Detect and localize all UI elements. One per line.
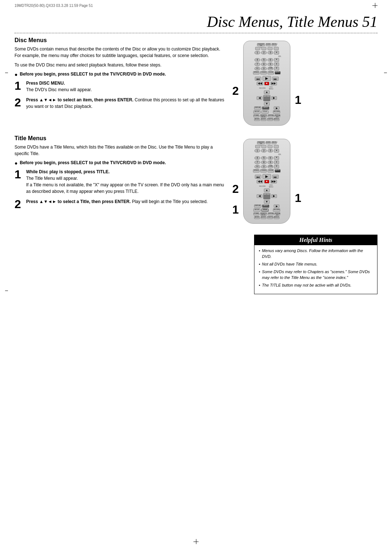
btn-blank4 (274, 47, 279, 50)
helpful-hints-content: • Menus vary among Discs. Follow the inf… (254, 245, 377, 294)
prerequisite-text: Before you begin, press SELECT to put th… (20, 71, 166, 77)
title-step2-number: 2 (15, 198, 22, 210)
nav-row1: ▲ (245, 90, 288, 94)
r2-next-btn: ⏭ (272, 175, 279, 179)
remote-numrow2: 4 5 6 ▼ (245, 58, 288, 62)
btn-0: 0 (261, 67, 267, 70)
transport-row1: ⏮ ▶ ⏭ (245, 76, 288, 81)
title-step1-number: 1 (15, 169, 22, 180)
remote-speed-row: SPEED C.RESET ZOOM MUTE (245, 71, 288, 74)
bullet-icon: ● (15, 71, 17, 78)
r2-select-btn: SELECT (271, 141, 277, 144)
transport-row2: ◀◀ ■ ▶▶ (245, 82, 288, 85)
r2-btn-11: 11 (254, 165, 260, 169)
prerequisite-bold: Before you begin, press SELECT to put th… (20, 72, 166, 77)
r2-clear-btn: CLEAR (253, 212, 259, 215)
r2-disc-menu-label: DISC MENU (267, 184, 275, 188)
btn-vol-up: ▲ (274, 62, 279, 66)
title-prerequisite-text: Before you begin, press SELECT to put th… (20, 160, 166, 166)
r2-btn-blank1 (255, 145, 260, 148)
r2-arrow-right2: ▶ (274, 204, 279, 208)
disc-menu-label: DISC MENU (267, 86, 275, 90)
r2-transport-labels: RECORD DISC MENU (245, 184, 288, 188)
r2-nav-left: ◀ (257, 194, 262, 198)
file-info: 19MDTR20(50-80).QX33 03.3.28 11:59 Page … (15, 4, 93, 8)
helpful-hints-title: Helpful Hints (254, 235, 377, 245)
r2-btn-ch-down: ▼ (274, 156, 279, 160)
title-menus-title: Title Menus (15, 135, 225, 142)
r2-speed-btn: SPEED (253, 169, 260, 173)
title-step1-title: While Disc play is stopped, press TITLE. (26, 169, 110, 174)
btn-3: 3 (268, 51, 273, 54)
btn-blank1 (255, 47, 260, 50)
rew-btn: ◀◀ (257, 82, 263, 85)
step2-content: Press ▲▼◄► to select an item, then press… (26, 97, 225, 110)
nav-row3: ▼ (245, 102, 288, 106)
r2-numrow1: 1 2 3 ▲ (245, 149, 288, 153)
title-step2-title-bold: ENTER. (115, 199, 131, 204)
title-step2-body: Play will begin at the Title you selecte… (132, 199, 208, 204)
bottom-row1: DISPLAY INPUT ▶ (245, 106, 288, 110)
crosshair-bottom (193, 539, 199, 544)
hint-bullet-1: • (259, 248, 260, 260)
step1-number: 1 (15, 80, 22, 92)
r2-ch-label: CH. (245, 153, 288, 155)
select-btn: SELECT (271, 43, 277, 46)
next-btn: ⏭ (272, 77, 279, 81)
repeat-btn1: REPEAT (268, 114, 274, 117)
enter-btn: ENTER (263, 95, 270, 101)
r2-bottom-row1: DISPLAY INPUT ▶ (245, 204, 288, 208)
r2-btn-vol-up: ▲ (274, 161, 279, 164)
r2-fwd-btn: ▶▶ (270, 180, 277, 183)
r2-input-btn: INPUT (262, 204, 269, 208)
searchmode-btn: SEARCH MODE (260, 114, 267, 117)
r2-numrow2: 4 5 6 ▼ (245, 156, 288, 160)
speed-btn: SPEED (253, 71, 260, 74)
zoom-btn: ZOOM (268, 71, 274, 74)
r2-repeat-btn2: REPEAT A/B (274, 212, 280, 215)
record-label: RECORD (258, 87, 266, 89)
title-diagram-number-1a: 1 (295, 191, 301, 205)
disc-menus-body1: Some DVDs contain menus that describe th… (15, 46, 225, 59)
r2-numrow3: 7 8 9 ▲ (245, 161, 288, 164)
setup-btn: SETUP (253, 110, 261, 114)
creset-btn: C.RESET (260, 71, 267, 74)
hint-text-1: Menus vary among Discs. Follow the infor… (262, 248, 373, 260)
step1-body: The DVD's Disc menu will appear. (26, 87, 92, 92)
display-btn: DISPLAY (254, 106, 261, 110)
fwd-btn: ▶▶ (270, 82, 277, 85)
title-diagram-number-1b: 1 (232, 203, 239, 216)
remote-diagram-1: 2 1 STANDBY ON PICTURE SLEEP SELECT 1 (236, 41, 301, 126)
btn-5: 5 (261, 58, 267, 62)
helpful-hints-box: Helpful Hints • Menus vary among Discs. … (254, 235, 377, 294)
r2-return-btn: RETURN (273, 208, 280, 212)
btn-7: 7 (254, 62, 260, 66)
clear-btn: CLEAR (253, 114, 259, 117)
r2-btn-3: 3 (268, 149, 273, 153)
step1-title: Press DISC MENU. (26, 81, 65, 86)
r2-row1 (245, 145, 288, 148)
input-btn: INPUT (262, 106, 269, 110)
r2-enter-btn: ENTER (263, 193, 270, 199)
r2-btn-6: 6 (268, 156, 273, 160)
title-menus-prerequisite: ● Before you begin, press SELECT to put … (15, 160, 225, 166)
transport-labels: RECORD DISC MENU (245, 86, 288, 90)
r2-nav-down: ▼ (264, 200, 270, 204)
r2-title-btn: TITLE (261, 208, 269, 212)
r2-transport-row2: ◀◀ ■ ▶▶ (245, 180, 288, 183)
hint-text-2: Not all DVDs have Title menus. (262, 262, 318, 267)
r2-creset-btn: C.RESET (260, 169, 267, 173)
hint-item-3: • Some DVDs may refer to Chapters as "sc… (259, 269, 373, 281)
disc-menus-step1: 1 Press DISC MENU. The DVD's Disc menu w… (15, 80, 225, 93)
btn-11: 11 (254, 67, 260, 70)
arrow-right2: ▶ (274, 106, 279, 110)
title-step1-content: While Disc play is stopped, press TITLE.… (26, 169, 225, 195)
r2-repeat-btn1: REPEAT (268, 212, 274, 215)
btn-vol-down: ▼ (274, 67, 279, 70)
subtitle-btn: SUBTITLE (267, 118, 273, 121)
btn-6: 6 (268, 58, 273, 62)
margin-mark-left-top (5, 73, 8, 73)
hint-item-2: • Not all DVDs have Title menus. (259, 262, 373, 267)
mode-btn: MODE (254, 118, 260, 121)
play-btn: ▶ (262, 76, 271, 81)
